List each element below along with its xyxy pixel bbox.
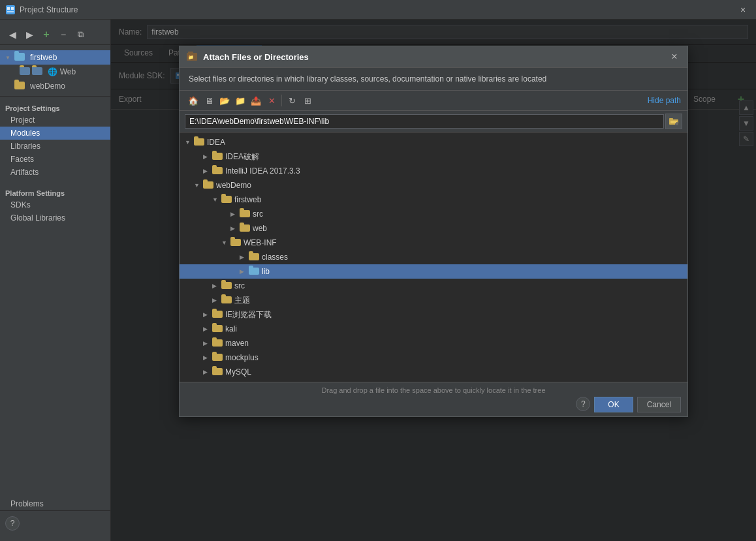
toolbar-separator bbox=[281, 95, 282, 106]
arrow-intellij: ▶ bbox=[203, 168, 212, 174]
home-button[interactable]: 🏠 bbox=[186, 93, 200, 108]
label-maven: maven bbox=[225, 339, 249, 348]
tree-node-ie[interactable]: ▶ IE浏览器下载 bbox=[180, 307, 687, 322]
view-button[interactable]: ⊞ bbox=[300, 93, 315, 108]
help-button[interactable]: ? bbox=[5, 516, 20, 531]
title-bar: Project Structure × bbox=[0, 0, 756, 20]
label-kali: kali bbox=[225, 324, 237, 333]
cancel-button[interactable]: Cancel bbox=[637, 397, 681, 412]
label-idea-crack: IDEA破解 bbox=[225, 151, 259, 162]
tree-node-zhuti[interactable]: ▶ 主题 bbox=[180, 293, 687, 307]
path-input[interactable] bbox=[185, 114, 664, 129]
content-area: Name: Sources Paths Dependencies Module … bbox=[111, 20, 756, 541]
folder-icon-firstweb bbox=[221, 196, 232, 204]
new-folder-button[interactable]: 📁 bbox=[233, 93, 247, 108]
folder-icon-zhuti bbox=[221, 296, 232, 305]
file-tree: ▼ IDEA ▶ IDEA破解 ▶ IntelliJ IDEA 201 bbox=[180, 132, 687, 382]
hide-path-button[interactable]: Hide path bbox=[648, 96, 681, 105]
arrow-lib: ▶ bbox=[240, 268, 249, 275]
arrow-idea: ▼ bbox=[185, 139, 194, 146]
back-button[interactable]: ◀ bbox=[5, 27, 20, 42]
folder-icon-webdemo bbox=[203, 181, 213, 190]
arrow-ie: ▶ bbox=[203, 311, 212, 318]
tree-node-idea-crack[interactable]: ▶ IDEA破解 bbox=[180, 149, 687, 164]
folder-icon-webinf bbox=[230, 239, 241, 247]
modal-icon: 📁 bbox=[186, 51, 198, 63]
arrow-mockplus: ▶ bbox=[203, 354, 212, 361]
tree-node-firstweb[interactable]: ▼ firstweb bbox=[180, 193, 687, 207]
tree-node-classes[interactable]: ▶ classes bbox=[180, 250, 687, 264]
tree-node-intellij[interactable]: ▶ IntelliJ IDEA 2017.3.3 bbox=[180, 164, 687, 178]
tree-node-webdemo[interactable]: ▼ webDemo bbox=[180, 178, 687, 193]
ok-button[interactable]: OK bbox=[594, 397, 633, 412]
remove-module-button[interactable]: − bbox=[56, 27, 71, 42]
tree-item-webdemo[interactable]: webDemo bbox=[0, 79, 110, 93]
sidebar-item-artifacts[interactable]: Artifacts bbox=[0, 166, 110, 179]
refresh-button[interactable]: ↻ bbox=[285, 93, 299, 108]
folder-icon-src bbox=[240, 210, 250, 219]
sidebar-item-facets[interactable]: Facets bbox=[0, 153, 110, 166]
arrow-idea-crack: ▶ bbox=[203, 153, 212, 160]
sidebar-item-modules[interactable]: Modules bbox=[0, 127, 110, 140]
label-intellij: IntelliJ IDEA 2017.3.3 bbox=[225, 166, 300, 176]
tree-node-maven[interactable]: ▶ maven bbox=[180, 336, 687, 350]
svg-rect-13 bbox=[675, 123, 678, 125]
tree-node-kali[interactable]: ▶ kali bbox=[180, 322, 687, 336]
tree-node-web[interactable]: ▶ web bbox=[180, 221, 687, 236]
tree-item-web[interactable]: 🌐 Web bbox=[0, 65, 110, 79]
modal-close-button[interactable]: × bbox=[668, 50, 681, 63]
copy-module-button[interactable]: ⧉ bbox=[73, 27, 87, 42]
label-mockplus: mockplus bbox=[225, 353, 259, 362]
tree-node-mockplus[interactable]: ▶ mockplus bbox=[180, 350, 687, 365]
tree-node-lib[interactable]: ▶ lib bbox=[180, 264, 687, 279]
modal-help-button[interactable]: ? bbox=[576, 397, 590, 411]
modal-title: Attach Files or Directories bbox=[203, 52, 668, 62]
sidebar-item-global-libraries[interactable]: Global Libraries bbox=[0, 211, 110, 224]
add-module-button[interactable]: + bbox=[39, 27, 54, 42]
tree-node-idea[interactable]: ▼ IDEA bbox=[180, 135, 687, 149]
arrow-maven: ▶ bbox=[203, 340, 212, 347]
folder-button[interactable]: 📂 bbox=[217, 93, 232, 108]
window-close-button[interactable]: × bbox=[735, 2, 751, 18]
arrow-webinf: ▼ bbox=[221, 240, 230, 246]
folder-icon-ie bbox=[212, 311, 223, 319]
desktop-button[interactable]: 🖥 bbox=[202, 93, 216, 108]
tree-arrow-firstweb: ▼ bbox=[5, 55, 12, 61]
tree-node-src2[interactable]: ▶ src bbox=[180, 279, 687, 293]
label-classes: classes bbox=[262, 253, 288, 262]
tree-item-firstweb[interactable]: ▼ firstweb bbox=[0, 50, 110, 65]
delete-button[interactable]: ✕ bbox=[264, 93, 279, 108]
tree-label-firstweb: firstweb bbox=[30, 53, 57, 62]
sidebar-item-problems[interactable]: Problems bbox=[0, 497, 110, 510]
label-webdemo: webDemo bbox=[216, 181, 251, 190]
svg-rect-11 bbox=[670, 121, 677, 123]
sidebar-item-libraries[interactable]: Libraries bbox=[0, 140, 110, 153]
svg-rect-1 bbox=[7, 7, 10, 10]
folder-icon-mockplus bbox=[212, 354, 223, 362]
arrow-kali: ▶ bbox=[203, 326, 212, 332]
modal-footer: Drag and drop a file into the space abov… bbox=[180, 382, 687, 416]
label-zhuti: 主题 bbox=[234, 295, 250, 306]
label-mysql: MySQL bbox=[225, 367, 251, 377]
tree-node-webinf[interactable]: ▼ WEB-INF bbox=[180, 236, 687, 250]
arrow-web: ▶ bbox=[230, 225, 240, 232]
tree-node-mysql[interactable]: ▶ MySQL bbox=[180, 365, 687, 379]
label-ie: IE浏览器下载 bbox=[225, 309, 272, 320]
modal-titlebar: 📁 Attach Files or Directories × bbox=[180, 46, 687, 68]
window-title: Project Structure bbox=[20, 5, 735, 14]
modal-description: Select files or directories in which lib… bbox=[180, 68, 687, 91]
modal-toolbar: 🏠 🖥 📂 📁 📤 ✕ ↻ ⊞ Hide path bbox=[180, 91, 687, 111]
sidebar-item-sdks[interactable]: SDKs bbox=[0, 198, 110, 211]
expand-folder-button[interactable]: 📤 bbox=[249, 93, 263, 108]
label-idea: IDEA bbox=[207, 138, 225, 147]
attach-files-modal: 📁 Attach Files or Directories × Select f… bbox=[179, 46, 688, 417]
arrow-webdemo: ▼ bbox=[194, 182, 203, 189]
firstweb-folder-icon bbox=[14, 53, 25, 63]
forward-button[interactable]: ▶ bbox=[22, 27, 37, 42]
tree-node-src[interactable]: ▶ src bbox=[180, 207, 687, 221]
folder-icon-idea-crack bbox=[212, 153, 223, 161]
path-browse-button[interactable] bbox=[665, 114, 682, 129]
app-icon bbox=[5, 5, 16, 15]
folder-icon-web bbox=[240, 224, 250, 233]
sidebar-item-project[interactable]: Project bbox=[0, 114, 110, 127]
